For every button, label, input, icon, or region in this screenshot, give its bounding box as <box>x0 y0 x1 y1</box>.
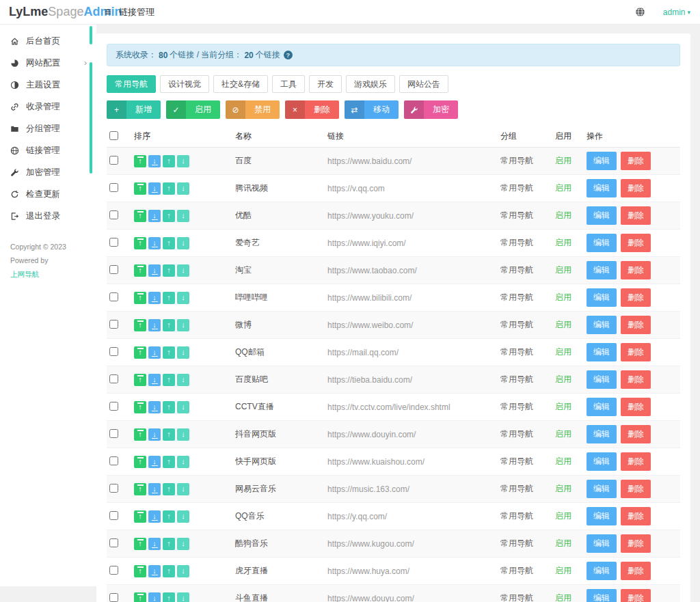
sort-down-button[interactable]: ↓ <box>177 401 189 413</box>
sort-down-button[interactable]: ↓ <box>177 483 189 495</box>
row-checkbox[interactable] <box>109 566 118 575</box>
sidebar-item-group[interactable]: 分组管理 <box>0 118 96 139</box>
row-checkbox[interactable] <box>109 538 118 547</box>
delete-button[interactable]: 删除 <box>621 234 651 252</box>
sort-to-bottom-button[interactable]: ↓ <box>148 346 161 359</box>
edit-button[interactable]: 编辑 <box>587 316 617 334</box>
sort-down-button[interactable]: ↓ <box>177 428 189 441</box>
sidebar-item-encrypt[interactable]: 加密管理 <box>0 161 96 183</box>
row-checkbox[interactable] <box>109 402 118 411</box>
sort-to-bottom-button[interactable]: ↓ <box>148 401 161 413</box>
enable-button[interactable]: ✓启用 <box>166 100 220 119</box>
delete-button[interactable]: 删除 <box>621 206 651 225</box>
sort-up-button[interactable]: ↑ <box>163 592 175 602</box>
sort-to-bottom-button[interactable]: ↓ <box>148 510 161 523</box>
edit-button[interactable]: 编辑 <box>587 206 617 225</box>
sort-down-button[interactable]: ↓ <box>177 210 189 222</box>
delete-button[interactable]: 删除 <box>621 534 651 553</box>
sort-up-button[interactable]: ↑ <box>163 565 175 577</box>
sort-to-bottom-button[interactable]: ↓ <box>148 264 161 277</box>
row-checkbox[interactable] <box>109 156 118 165</box>
sort-to-top-button[interactable]: ↑ <box>134 237 146 249</box>
row-checkbox[interactable] <box>109 374 118 383</box>
delete-button[interactable]: 删除 <box>621 179 651 197</box>
help-icon[interactable]: ? <box>284 51 293 59</box>
sort-up-button[interactable]: ↑ <box>163 456 175 468</box>
sort-up-button[interactable]: ↑ <box>163 155 175 167</box>
sort-down-button[interactable]: ↓ <box>177 456 189 468</box>
sort-to-top-button[interactable]: ↑ <box>134 592 146 602</box>
sort-down-button[interactable]: ↓ <box>177 155 189 167</box>
sort-to-top-button[interactable]: ↑ <box>134 483 146 495</box>
edit-button[interactable]: 编辑 <box>587 589 617 602</box>
category-tab[interactable]: 开发 <box>309 75 342 93</box>
delete-button[interactable]: 删除 <box>621 562 651 580</box>
sidebar-item-update[interactable]: 检查更新 <box>0 183 96 205</box>
sort-to-bottom-button[interactable]: ↓ <box>148 565 161 577</box>
move-button[interactable]: ⇄移动 <box>345 100 399 119</box>
sidebar-item-link[interactable]: 链接管理 <box>0 139 96 161</box>
sort-up-button[interactable]: ↑ <box>163 510 175 523</box>
sort-to-top-button[interactable]: ↑ <box>134 538 146 550</box>
sort-up-button[interactable]: ↑ <box>163 292 175 304</box>
edit-button[interactable]: 编辑 <box>587 398 617 416</box>
sidebar-item-site-config[interactable]: 网站配置› <box>0 52 96 74</box>
sort-up-button[interactable]: ↑ <box>163 319 175 331</box>
sort-up-button[interactable]: ↑ <box>163 182 175 195</box>
sort-to-bottom-button[interactable]: ↓ <box>148 292 161 304</box>
delete-button[interactable]: 删除 <box>621 507 651 525</box>
row-checkbox[interactable] <box>109 210 118 219</box>
edit-button[interactable]: 编辑 <box>587 179 617 197</box>
row-checkbox[interactable] <box>109 347 118 356</box>
sort-to-bottom-button[interactable]: ↓ <box>148 319 161 331</box>
sort-to-bottom-button[interactable]: ↓ <box>148 428 161 441</box>
sort-to-bottom-button[interactable]: ↓ <box>148 210 161 222</box>
sort-down-button[interactable]: ↓ <box>177 538 189 550</box>
delete-button[interactable]: 删除 <box>621 589 651 602</box>
delete-button[interactable]: 删除 <box>621 152 651 170</box>
sort-to-bottom-button[interactable]: ↓ <box>148 374 161 386</box>
sort-to-top-button[interactable]: ↑ <box>134 374 146 386</box>
sort-to-bottom-button[interactable]: ↓ <box>148 538 161 550</box>
website-globe-icon[interactable] <box>635 7 645 17</box>
sort-to-bottom-button[interactable]: ↓ <box>148 483 161 495</box>
sort-to-bottom-button[interactable]: ↓ <box>148 237 161 249</box>
sort-to-top-button[interactable]: ↑ <box>134 264 146 277</box>
select-all-checkbox[interactable] <box>109 131 118 140</box>
delete-button[interactable]: 删除 <box>621 425 651 443</box>
edit-button[interactable]: 编辑 <box>587 234 617 252</box>
delete-button[interactable]: 删除 <box>621 343 651 361</box>
sort-to-top-button[interactable]: ↑ <box>134 292 146 304</box>
category-tab[interactable]: 网站公告 <box>399 75 448 93</box>
sort-up-button[interactable]: ↑ <box>163 538 175 550</box>
row-checkbox[interactable] <box>109 292 118 301</box>
edit-button[interactable]: 编辑 <box>587 152 617 170</box>
sidebar-item-logout[interactable]: 退出登录 <box>0 205 96 227</box>
sort-up-button[interactable]: ↑ <box>163 374 175 386</box>
sort-up-button[interactable]: ↑ <box>163 210 175 222</box>
sort-down-button[interactable]: ↓ <box>177 565 189 577</box>
sort-to-bottom-button[interactable]: ↓ <box>148 592 161 602</box>
copyright-link[interactable]: 上网导航 <box>10 270 39 278</box>
sort-down-button[interactable]: ↓ <box>177 237 189 249</box>
sort-up-button[interactable]: ↑ <box>163 428 175 441</box>
edit-button[interactable]: 编辑 <box>587 534 617 553</box>
row-checkbox[interactable] <box>109 320 118 329</box>
sort-down-button[interactable]: ↓ <box>177 264 189 277</box>
sort-down-button[interactable]: ↓ <box>177 374 189 386</box>
edit-button[interactable]: 编辑 <box>587 452 617 471</box>
sort-to-top-button[interactable]: ↑ <box>134 510 146 523</box>
sort-up-button[interactable]: ↑ <box>163 346 175 359</box>
sort-to-top-button[interactable]: ↑ <box>134 210 146 222</box>
row-checkbox[interactable] <box>109 511 118 520</box>
row-checkbox[interactable] <box>109 484 118 493</box>
encrypt-button[interactable]: 加密 <box>404 100 458 119</box>
user-dropdown[interactable]: admin ▾ <box>663 8 690 17</box>
disable-button[interactable]: ⊘禁用 <box>226 100 280 119</box>
sort-up-button[interactable]: ↑ <box>163 483 175 495</box>
row-checkbox[interactable] <box>109 238 118 247</box>
sort-to-bottom-button[interactable]: ↓ <box>148 155 161 167</box>
menu-toggle-icon[interactable]: ≡ <box>105 6 111 18</box>
delete-button[interactable]: 删除 <box>621 316 651 334</box>
sort-to-top-button[interactable]: ↑ <box>134 346 146 359</box>
